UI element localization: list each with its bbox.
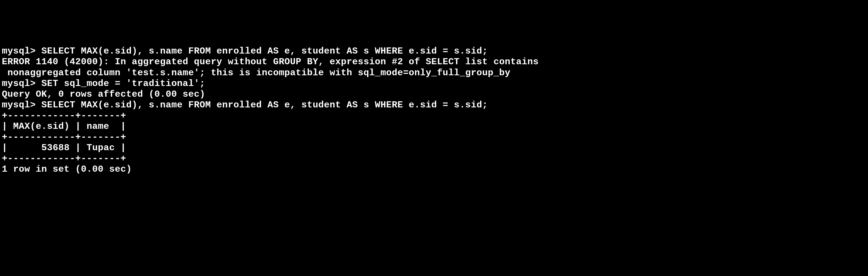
terminal-line: ERROR 1140 (42000): In aggregated query … [2, 57, 866, 67]
terminal-line: +------------+-------+ [2, 110, 866, 121]
terminal-line: mysql> SET sql_mode = 'traditional'; [2, 78, 866, 89]
terminal-line: +------------+-------+ [2, 153, 866, 164]
terminal-line: 1 row in set (0.00 sec) [2, 164, 866, 175]
terminal-line: Query OK, 0 rows affected (0.00 sec) [2, 89, 866, 100]
terminal-output[interactable]: mysql> SELECT MAX(e.sid), s.name FROM en… [2, 46, 866, 175]
terminal-line: | 53688 | Tupac | [2, 143, 866, 153]
terminal-line: mysql> SELECT MAX(e.sid), s.name FROM en… [2, 46, 866, 57]
terminal-line: nonaggregated column 'test.s.name'; this… [2, 67, 866, 78]
terminal-line: mysql> SELECT MAX(e.sid), s.name FROM en… [2, 100, 866, 110]
terminal-line: | MAX(e.sid) | name | [2, 121, 866, 132]
terminal-line: +------------+-------+ [2, 132, 866, 143]
